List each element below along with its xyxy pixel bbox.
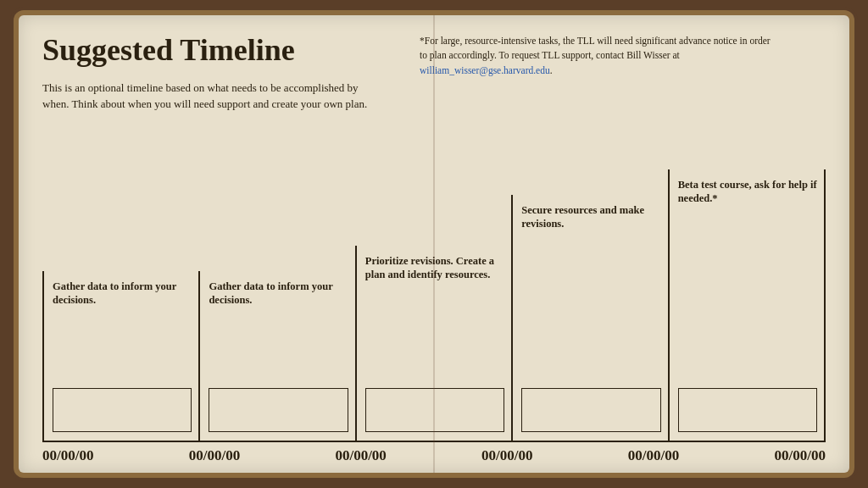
col4-label: Secure resources and make revisions. bbox=[521, 203, 660, 231]
col3-box[interactable] bbox=[365, 388, 504, 432]
date-6: 00/00/00 bbox=[775, 447, 826, 464]
date-5: 00/00/00 bbox=[628, 447, 679, 464]
book: Suggested Timeline This is an optional t… bbox=[19, 15, 849, 473]
date-1: 00/00/00 bbox=[42, 447, 93, 464]
col1-box[interactable] bbox=[53, 388, 192, 432]
col1-label: Gather data to inform your decisions. bbox=[53, 280, 192, 308]
note-text: *For large, resource-intensive tasks, th… bbox=[420, 34, 776, 78]
dates-row: 00/00/00 00/00/00 00/00/00 00/00/00 00/0… bbox=[19, 442, 849, 473]
left-page: Suggested Timeline This is an optional t… bbox=[42, 34, 403, 169]
date-4: 00/00/00 bbox=[481, 447, 532, 464]
col2-label: Gather data to inform your decisions. bbox=[209, 280, 348, 308]
col3-label: Prioritize revisions. Create a plan and … bbox=[365, 254, 504, 282]
col2-box[interactable] bbox=[209, 388, 348, 432]
timeline-columns: Gather data to inform your decisions. Ga… bbox=[42, 169, 826, 442]
timeline-col-1: Gather data to inform your decisions. bbox=[42, 271, 198, 441]
note-prefix: *For large, resource-intensive tasks, th… bbox=[420, 36, 771, 60]
col5-label: Beta test course, ask for help if needed… bbox=[678, 178, 817, 206]
right-page: *For large, resource-intensive tasks, th… bbox=[403, 34, 826, 169]
timeline-col-3: Prioritize revisions. Create a plan and … bbox=[355, 246, 511, 441]
book-content: Suggested Timeline This is an optional t… bbox=[19, 15, 849, 169]
date-3: 00/00/00 bbox=[335, 447, 386, 464]
page-subtitle: This is an optional timeline based on wh… bbox=[42, 80, 381, 113]
timeline-col-5: Beta test course, ask for help if needed… bbox=[668, 169, 826, 441]
timeline-area: Gather data to inform your decisions. Ga… bbox=[19, 169, 849, 442]
timeline-col-2: Gather data to inform your decisions. bbox=[198, 271, 354, 441]
col4-box[interactable] bbox=[521, 388, 660, 432]
timeline-col-4: Secure resources and make revisions. bbox=[511, 195, 667, 441]
contact-email-link[interactable]: william_wisser@gse.harvard.edu bbox=[420, 65, 550, 75]
date-2: 00/00/00 bbox=[189, 447, 240, 464]
col5-box[interactable] bbox=[678, 388, 817, 432]
page-title: Suggested Timeline bbox=[42, 34, 386, 68]
